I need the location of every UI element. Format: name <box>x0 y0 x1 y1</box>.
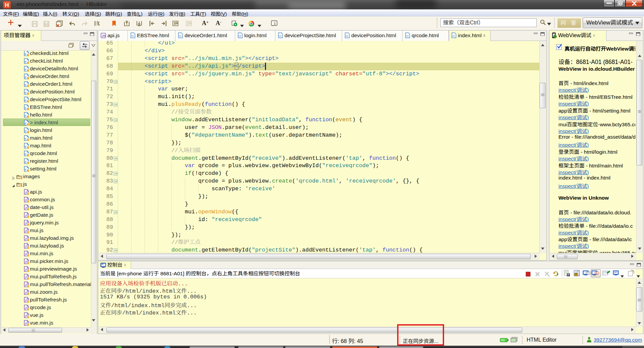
svg-text:«»: «» <box>179 34 181 38</box>
svg-text:«»: «» <box>279 34 281 38</box>
svg-text:«»: «» <box>238 34 241 38</box>
svg-text:«»: «» <box>345 34 348 38</box>
svg-text:«»: «» <box>406 34 409 38</box>
svg-text:«»: «» <box>131 34 134 38</box>
svg-text:i: i <box>274 21 276 25</box>
svg-text:X:: X: <box>596 272 598 275</box>
svg-text:«»: «» <box>452 34 455 38</box>
svg-text:JS: JS <box>102 34 106 38</box>
